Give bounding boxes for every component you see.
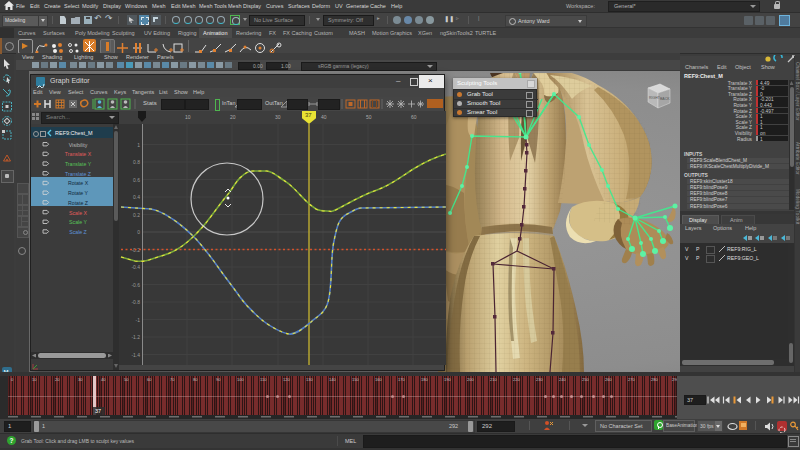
svg-text:Scale X: Scale X [69,210,87,216]
svg-text:1: 1 [137,142,140,148]
svg-text:Scale Z: Scale Z [69,229,87,235]
svg-text:Rotate Z: Rotate Z [68,200,88,206]
svg-text:-1.4: -1.4 [131,352,140,358]
svg-text:Translate Z: Translate Z [65,171,91,177]
svg-text:0: 0 [137,229,140,235]
svg-text:0.8: 0.8 [133,159,140,165]
svg-text:Rotate Y: Rotate Y [68,190,89,196]
svg-text:-1.2: -1.2 [131,334,140,340]
svg-text:-0.6: -0.6 [131,282,140,288]
svg-text:-0.8: -0.8 [131,299,140,305]
svg-text:Translate Y: Translate Y [65,161,92,167]
svg-text:Visibility: Visibility [69,142,88,148]
svg-text:BACK: BACK [660,97,670,101]
svg-text:RIGHT: RIGHT [649,96,661,100]
svg-text:-1: -1 [136,317,141,323]
svg-text:Rotate X: Rotate X [68,180,89,186]
svg-text:Scale Y: Scale Y [69,219,87,225]
svg-text:Translate X: Translate X [65,151,92,157]
svg-text:0.2: 0.2 [133,212,140,218]
svg-text:0.4: 0.4 [133,194,140,200]
svg-text:-0.4: -0.4 [131,264,140,270]
svg-text:0.6: 0.6 [133,177,140,183]
